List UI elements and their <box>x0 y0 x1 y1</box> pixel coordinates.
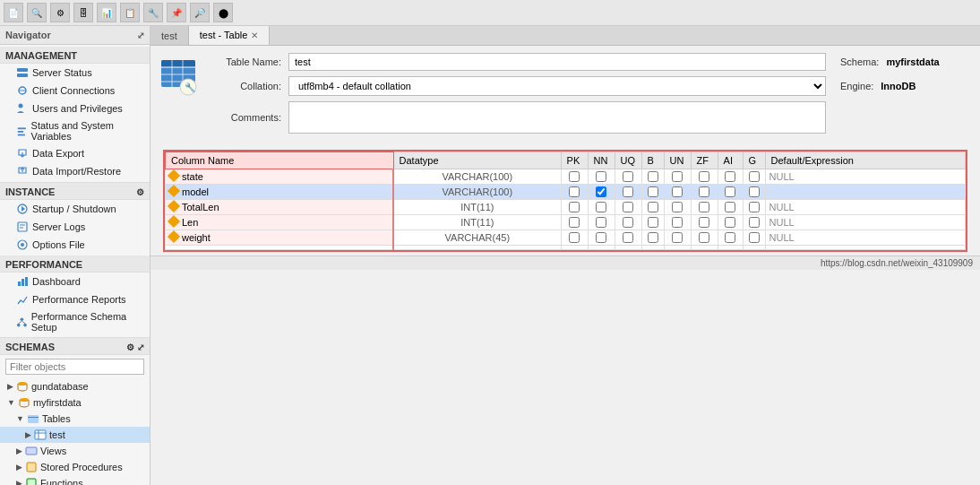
tree-item-gundatabase[interactable]: ▶ gundatabase <box>0 378 150 394</box>
b-checkbox[interactable] <box>648 171 658 182</box>
nn-cell[interactable] <box>588 215 615 230</box>
tree-item-tables[interactable]: ▼ Tables <box>0 411 150 427</box>
nn-cell[interactable] <box>588 246 615 250</box>
b-cell[interactable] <box>641 215 664 230</box>
un-checkbox[interactable] <box>672 232 683 243</box>
zf-checkbox[interactable] <box>699 171 709 182</box>
sidebar-item-performance-schema[interactable]: Performance Schema Setup <box>0 308 150 335</box>
uq-checkbox[interactable] <box>623 232 633 243</box>
b-cell[interactable] <box>641 200 664 215</box>
collation-select[interactable]: utf8mb4 - default collation <box>288 76 826 96</box>
zf-cell[interactable] <box>691 215 718 230</box>
ai-checkbox[interactable] <box>725 171 735 182</box>
datatype-cell[interactable]: VARCHAR(100) <box>393 169 561 185</box>
ai-cell[interactable] <box>718 200 743 215</box>
nn-cell[interactable] <box>588 200 615 215</box>
tab-close-icon[interactable]: ✕ <box>251 30 258 40</box>
pk-cell[interactable] <box>561 169 588 185</box>
uq-cell[interactable] <box>615 230 641 246</box>
un-checkbox[interactable] <box>672 186 683 197</box>
uq-checkbox[interactable] <box>623 171 633 182</box>
sidebar-item-server-logs[interactable]: Server Logs <box>0 218 150 236</box>
tree-item-views[interactable]: ▶ Views <box>0 443 150 459</box>
sidebar-item-startup-shutdown[interactable]: Startup / Shutdown <box>0 200 150 218</box>
un-checkbox[interactable] <box>672 217 683 228</box>
ai-cell[interactable] <box>718 169 743 185</box>
datatype-cell[interactable] <box>393 246 561 250</box>
zf-checkbox[interactable] <box>699 232 709 243</box>
un-checkbox[interactable] <box>672 202 683 212</box>
g-checkbox[interactable] <box>749 232 760 243</box>
nn-checkbox[interactable] <box>596 186 606 197</box>
b-cell[interactable] <box>641 169 664 185</box>
uq-cell[interactable] <box>615 246 641 250</box>
g-cell[interactable] <box>743 246 765 250</box>
tree-item-stored-procedures[interactable]: ▶ Stored Procedures <box>0 459 150 475</box>
zf-checkbox[interactable] <box>699 186 709 197</box>
pk-checkbox[interactable] <box>569 202 580 212</box>
zf-cell[interactable] <box>691 185 718 200</box>
toolbar-btn-8[interactable]: 📌 <box>167 3 186 22</box>
toolbar-btn-6[interactable]: 📋 <box>120 3 140 22</box>
sidebar-item-status-variables[interactable]: Status and System Variables <box>0 117 150 144</box>
b-checkbox[interactable] <box>648 202 658 212</box>
ai-checkbox[interactable] <box>725 202 735 212</box>
toolbar-btn-4[interactable]: 🗄 <box>73 3 93 22</box>
b-checkbox[interactable] <box>648 217 658 228</box>
toolbar-btn-3[interactable]: ⚙ <box>50 3 70 22</box>
sidebar-item-users-privileges[interactable]: Users and Privileges <box>0 100 150 117</box>
ai-cell[interactable] <box>718 246 743 250</box>
pk-cell[interactable] <box>561 230 588 246</box>
g-cell[interactable] <box>743 230 765 246</box>
b-checkbox[interactable] <box>648 232 658 243</box>
col-name-cell[interactable]: weight <box>166 230 394 246</box>
ai-cell[interactable] <box>718 185 743 200</box>
ai-checkbox[interactable] <box>725 232 735 243</box>
g-cell[interactable] <box>743 185 765 200</box>
nn-cell[interactable] <box>588 169 615 185</box>
comments-textarea[interactable] <box>288 101 826 134</box>
ai-cell[interactable] <box>718 230 743 246</box>
un-checkbox[interactable] <box>672 171 683 182</box>
datatype-cell[interactable]: VARCHAR(45) <box>393 230 561 246</box>
un-cell[interactable] <box>664 200 691 215</box>
toolbar-btn-1[interactable]: 📄 <box>4 3 23 22</box>
pk-checkbox[interactable] <box>569 232 580 243</box>
col-name-cell[interactable]: model <box>166 185 394 200</box>
sidebar-item-data-export[interactable]: Data Export <box>0 144 150 162</box>
sidebar-item-client-connections[interactable]: Client Connections <box>0 82 150 100</box>
pk-cell[interactable] <box>561 215 588 230</box>
uq-checkbox[interactable] <box>623 202 633 212</box>
g-cell[interactable] <box>743 200 765 215</box>
ai-checkbox[interactable] <box>725 186 735 197</box>
tab-test-table[interactable]: test - Table ✕ <box>189 26 271 45</box>
tree-item-myfirstdata[interactable]: ▼ myfirstdata <box>0 394 150 411</box>
ai-cell[interactable] <box>718 215 743 230</box>
sidebar-item-performance-reports[interactable]: Performance Reports <box>0 290 150 308</box>
tree-item-test[interactable]: ▶ test <box>0 427 150 443</box>
tab-test[interactable]: test <box>150 26 189 45</box>
nav-expand-icon[interactable]: ⤢ <box>137 30 144 40</box>
nn-cell[interactable] <box>588 185 615 200</box>
uq-cell[interactable] <box>615 200 641 215</box>
datatype-cell[interactable]: INT(11) <box>393 200 561 215</box>
zf-cell[interactable] <box>691 169 718 185</box>
pk-cell[interactable] <box>561 246 588 250</box>
toolbar-btn-9[interactable]: 🔎 <box>190 3 210 22</box>
table-name-input[interactable] <box>288 53 826 71</box>
b-checkbox[interactable] <box>648 186 658 197</box>
nn-cell[interactable] <box>588 230 615 246</box>
nn-checkbox[interactable] <box>596 202 606 212</box>
col-name-cell[interactable]: Len <box>166 215 394 230</box>
zf-cell[interactable] <box>691 246 718 250</box>
un-cell[interactable] <box>664 246 691 250</box>
zf-checkbox[interactable] <box>699 202 709 212</box>
g-checkbox[interactable] <box>749 202 760 212</box>
sidebar-item-server-status[interactable]: Server Status <box>0 64 150 82</box>
datatype-cell[interactable]: INT(11) <box>393 215 561 230</box>
ai-checkbox[interactable] <box>725 217 735 228</box>
col-name-cell[interactable] <box>166 246 394 250</box>
pk-cell[interactable] <box>561 185 588 200</box>
un-cell[interactable] <box>664 230 691 246</box>
nn-checkbox[interactable] <box>596 232 606 243</box>
